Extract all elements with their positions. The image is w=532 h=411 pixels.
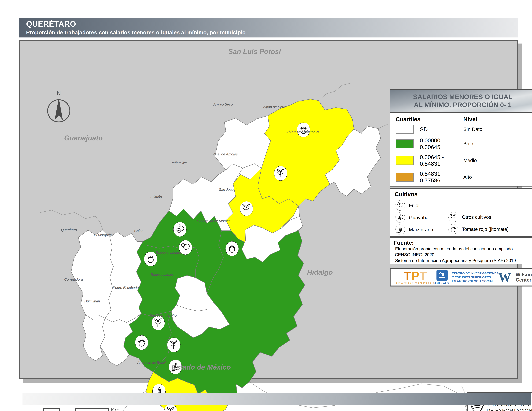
legend-level: Sin Dato (463, 126, 532, 132)
legend-body: Cuartiles Nivel SD Sin Dato 0.00000 - 0.… (390, 113, 532, 200)
cultivo-otros: Otros cultivos (448, 211, 509, 223)
title-bar: QUERÉTARO Proporción de trabajadores con… (19, 18, 518, 37)
fuente-line: CENSO INEGI 2020. (394, 252, 532, 258)
legend-level: Medio (463, 158, 532, 163)
page-title: QUERÉTARO (26, 20, 518, 28)
legend-swatch-alto (396, 173, 414, 182)
map-canvas: N 0 10 20 40 Km SALARIOS MENORES O IGUAL… (19, 40, 518, 379)
crop-marker-guayaba-icon (173, 222, 186, 237)
legend-col-nivel: Nivel (463, 116, 532, 122)
cultivo-frijol: Frijol (395, 199, 433, 212)
legend-col-cuartiles: Cuartiles (396, 116, 463, 122)
fuente-line: -Elaboración propia con microdatos del c… (394, 246, 532, 252)
legend-panel: SALARIOS MENORES O IGUAL AL MÍNIMO. PROP… (390, 89, 532, 187)
crop-marker-otros-icon (240, 201, 253, 216)
cultivos-heading: Cultivos (395, 191, 532, 197)
legend-range: SD (420, 126, 463, 133)
scale-bar: 0 10 20 40 Km (42, 407, 120, 411)
legend-range: 0.00000 - 0.30645 (420, 137, 463, 150)
footer-gradient-bar (22, 393, 531, 405)
frijol-icon (395, 199, 406, 212)
wilson-center-logo: W Wilson Center (498, 271, 532, 284)
cultivo-maiz: Maíz grano (395, 224, 433, 236)
crop-marker-tomate-icon (135, 335, 148, 350)
crop-marker-otros-icon (152, 316, 165, 330)
north-arrow-icon: N (44, 90, 74, 122)
crop-marker-tomate-icon (297, 122, 310, 137)
legend-row-sd: SD Sin Dato (396, 125, 532, 134)
maiz-icon (395, 224, 406, 236)
ciesas-badge-icon (437, 270, 448, 281)
compass-n-label: N (57, 90, 61, 96)
fuente-heading: Fuente: (394, 240, 532, 246)
legend-swatch-sd (396, 125, 414, 134)
crop-marker-otros-icon (274, 166, 287, 181)
legend-row-bajo: 0.00000 - 0.30645 Bajo (396, 137, 532, 150)
municipality-shape-queretaro_muni (71, 230, 114, 320)
municipality-shape-corregidora (83, 315, 105, 361)
legend-title-line2: AL MÍNIMO. PROPORCIÓN 0- 1 (414, 101, 512, 109)
otros-cultivos-icon (448, 211, 459, 223)
crop-marker-maiz-icon (169, 360, 182, 374)
wilson-w-icon: W (498, 271, 511, 284)
guayaba-icon (395, 212, 406, 224)
legend-row-medio: 0.30645 - 0.54831 Medio (396, 154, 532, 167)
legend-title: SALARIOS MENORES O IGUAL AL MÍNIMO. PROP… (390, 90, 532, 113)
fuente-panel: Fuente: -Elaboración propia con microdat… (390, 237, 532, 264)
scalebar-unit: Km (111, 407, 120, 411)
page: QUERÉTARO Proporción de trabajadores con… (0, 0, 532, 411)
logos-panel: TPT EVALUACIÓN Y PROYECTOS S.C. CIESAS (390, 268, 532, 287)
crop-marker-tomate-icon (144, 252, 157, 266)
fuente-line: -Sistema de Información Agropecuaria y P… (394, 258, 532, 264)
page-subtitle: Proporción de trabajadores con salarios … (26, 29, 518, 36)
cultivo-tomate: Tomate rojo (jitomate) (448, 223, 509, 235)
tomate-icon (448, 223, 459, 235)
legend-range: 0.54831 - 0.77586 (420, 170, 463, 184)
crop-marker-tomate-icon (226, 241, 238, 256)
cultivo-guayaba: Guayaba (395, 212, 433, 224)
cultivos-panel: Cultivos Frijol Guayaba Maíz grano (390, 188, 532, 237)
tpt-caption: EVALUACIÓN Y PROYECTOS S.C. (396, 282, 435, 284)
legend-level: Bajo (463, 141, 532, 147)
crop-marker-frijol-icon (179, 240, 192, 255)
legend-level: Alto (463, 174, 532, 180)
legend-row-alto: 0.54831 - 0.77586 Alto (396, 170, 532, 184)
tpt-logo: TPT EVALUACIÓN Y PROYECTOS S.C. (396, 271, 435, 284)
legend-swatch-bajo (396, 139, 414, 148)
legend-column-headers: Cuartiles Nivel (396, 116, 532, 122)
municipality-shapes (71, 99, 381, 411)
ciesas-wordmark: CIESAS (435, 281, 449, 285)
legend-title-line1: SALARIOS MENORES O IGUAL (413, 93, 513, 101)
ciesas-logo: CIESAS CENTRO DE INVESTIGACIONES Y ESTUD… (435, 270, 498, 285)
municipality-shape-arroyo_seco (215, 116, 271, 170)
legend-swatch-medio (396, 156, 414, 165)
crop-marker-otros-icon (167, 338, 180, 352)
legend-range: 0.30645 - 0.54831 (420, 154, 463, 167)
